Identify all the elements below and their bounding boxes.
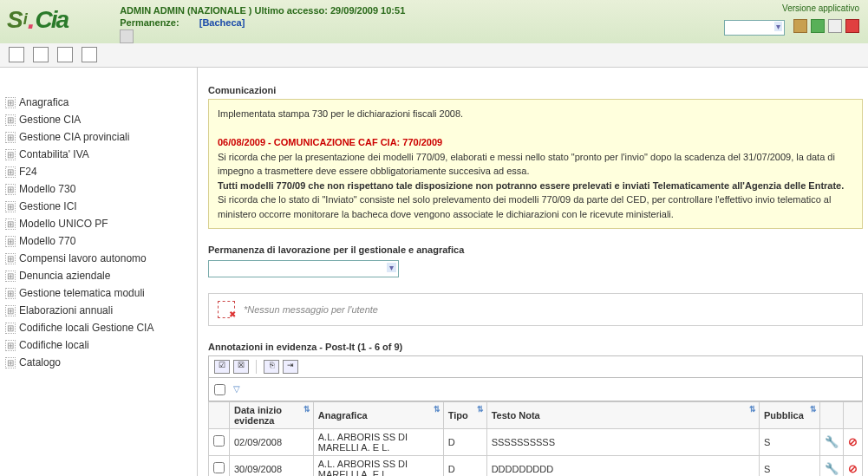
col-delete bbox=[844, 401, 863, 428]
tree-gestione-cia-prov[interactable]: Gestione CIA provinciali bbox=[5, 128, 192, 146]
col-testo[interactable]: Testo Nota⇅ bbox=[486, 401, 759, 428]
version-label: Versione applicativo bbox=[724, 3, 859, 13]
perm-work-select[interactable] bbox=[208, 260, 399, 277]
exit-icon[interactable] bbox=[845, 19, 859, 33]
cell-pubblica: S bbox=[760, 428, 820, 455]
sidebar-tree: Anagrafica Gestione CIA Gestione CIA pro… bbox=[0, 68, 198, 476]
grid-tb-copy[interactable]: ⎘ bbox=[264, 360, 279, 374]
col-anag[interactable]: Anagrafica⇅ bbox=[313, 401, 443, 428]
cell-tipo: D bbox=[443, 428, 486, 455]
tree-codifiche-cia[interactable]: Codifiche locali Gestione CIA bbox=[5, 319, 192, 336]
message-text: *Nessun messaggio per l'utente bbox=[244, 304, 378, 315]
envelope-icon[interactable] bbox=[828, 19, 842, 33]
delete-icon[interactable]: ⊘ bbox=[848, 435, 858, 448]
grid-tb-sep bbox=[256, 360, 257, 374]
perm-work-title: Permanenza di lavorazione per il gestion… bbox=[208, 245, 863, 255]
toolbar-btn-4[interactable] bbox=[82, 47, 97, 62]
tree-modello-730[interactable]: Modello 730 bbox=[5, 180, 192, 198]
tree-denuncia[interactable]: Denuncia aziendale bbox=[5, 267, 192, 284]
message-error-icon bbox=[218, 301, 235, 318]
tree-catalogo[interactable]: Catalogo bbox=[5, 354, 192, 371]
grid-tb-select[interactable]: ☑ bbox=[214, 360, 230, 374]
app-header: Si.Cia ADMIN ADMIN (NAZIONALE ) Ultimo a… bbox=[0, 0, 868, 43]
tree-compensi[interactable]: Compensi lavoro autonomo bbox=[5, 250, 192, 267]
wrench-icon[interactable]: 🔧 bbox=[825, 435, 839, 448]
tree-telematica[interactable]: Gestione telematica moduli bbox=[5, 284, 192, 302]
header-dropdown[interactable] bbox=[724, 20, 785, 36]
book-icon[interactable] bbox=[793, 19, 807, 33]
comm-red-line: 06/08/2009 - COMUNICAZIONE CAF CIA: 770/… bbox=[218, 135, 853, 150]
tree-anagrafica[interactable]: Anagrafica bbox=[5, 94, 192, 111]
tree-gestione-ici[interactable]: Gestione ICI bbox=[5, 198, 192, 215]
col-tipo[interactable]: Tipo⇅ bbox=[443, 401, 486, 428]
grid-menu-arrow-icon[interactable]: ▽ bbox=[233, 384, 240, 394]
grid-tb-deselect[interactable]: ☒ bbox=[233, 360, 249, 374]
wrench-icon[interactable]: 🔧 bbox=[825, 462, 839, 475]
table-row[interactable]: 30/09/2008A.L. ARBORIS SS DI MARELLI A. … bbox=[209, 455, 863, 476]
grid-title: Annotazioni in evidenza - Post-It (1 - 6… bbox=[208, 342, 863, 352]
tree-f24[interactable]: F24 bbox=[5, 163, 192, 180]
message-box: *Nessun messaggio per l'utente bbox=[208, 293, 863, 326]
tree-elaborazioni[interactable]: Elaborazioni annuali bbox=[5, 302, 192, 319]
return-icon[interactable] bbox=[811, 19, 825, 33]
cell-anag: A.L. ARBORIS SS DI MARELLI A. E L. bbox=[313, 428, 443, 455]
comunicazioni-title: Comunicazioni bbox=[208, 85, 863, 95]
grid-select-bar: ▽ bbox=[208, 377, 863, 401]
col-data[interactable]: Data inizio evidenza⇅ bbox=[230, 401, 314, 428]
grid-tb-export[interactable]: ⇥ bbox=[283, 360, 298, 374]
permanenze-label: Permanenze: bbox=[120, 17, 179, 28]
grid-select-all[interactable] bbox=[214, 384, 225, 395]
table-row[interactable]: 02/09/2008A.L. ARBORIS SS DI MARELLI A. … bbox=[209, 428, 863, 455]
row-check[interactable] bbox=[213, 462, 225, 473]
comm-p2: Si ricorda che lo stato di "Inviato" con… bbox=[218, 192, 853, 221]
app-logo: Si.Cia bbox=[7, 3, 68, 36]
tree-codifiche-locali[interactable]: Codifiche locali bbox=[5, 336, 192, 354]
tree-contabilita-iva[interactable]: Contabilita' IVA bbox=[5, 146, 192, 163]
tree-modello-unico[interactable]: Modello UNICO PF bbox=[5, 215, 192, 232]
cell-data: 02/09/2008 bbox=[230, 428, 314, 455]
row-check[interactable] bbox=[213, 435, 225, 447]
cell-anag: A.L. ARBORIS SS DI MARELLI A. E L. bbox=[313, 455, 443, 476]
comm-line1: Implementata stampa 730 per le dichiaraz… bbox=[218, 107, 853, 121]
main-content: Comunicazioni Implementata stampa 730 pe… bbox=[198, 68, 868, 476]
comm-bold: Tutti modelli 770/09 che non rispettano … bbox=[218, 179, 853, 193]
main-toolbar bbox=[0, 43, 868, 68]
permanenze-value[interactable]: [Bacheca] bbox=[199, 17, 245, 28]
comm-p1: Si ricorda che per la presentazione dei … bbox=[218, 150, 853, 179]
cell-data: 30/09/2008 bbox=[230, 455, 314, 476]
header-small-icon[interactable] bbox=[120, 29, 134, 43]
delete-icon[interactable]: ⊘ bbox=[848, 462, 858, 475]
toolbar-btn-1[interactable] bbox=[9, 47, 24, 62]
grid-toolbar: ☑ ☒ ⎘ ⇥ bbox=[208, 355, 863, 377]
col-check bbox=[209, 401, 230, 428]
cell-tipo: D bbox=[443, 455, 486, 476]
comunicazioni-box: Implementata stampa 730 per le dichiaraz… bbox=[208, 99, 863, 229]
cell-testo: SSSSSSSSSS bbox=[486, 428, 759, 455]
toolbar-btn-2[interactable] bbox=[33, 47, 49, 62]
cell-pubblica: S bbox=[760, 455, 820, 476]
tree-modello-770[interactable]: Modello 770 bbox=[5, 232, 192, 250]
col-pubblica[interactable]: Pubblica⇅ bbox=[760, 401, 820, 428]
col-edit bbox=[820, 401, 844, 428]
cell-testo: DDDDDDDDD bbox=[486, 455, 759, 476]
toolbar-btn-3[interactable] bbox=[57, 47, 73, 62]
annotations-grid: Data inizio evidenza⇅ Anagrafica⇅ Tipo⇅ … bbox=[208, 401, 863, 476]
tree-gestione-cia[interactable]: Gestione CIA bbox=[5, 111, 192, 128]
